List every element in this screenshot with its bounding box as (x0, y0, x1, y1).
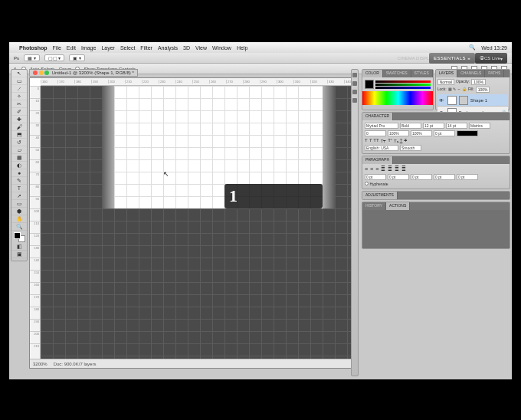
indent-left-field[interactable]: 0 pt (365, 174, 386, 180)
menu-help[interactable]: Help (237, 45, 247, 51)
tab-character[interactable]: CHARACTER (362, 113, 393, 120)
vscale-field[interactable]: 100% (388, 130, 409, 136)
status-doc-info[interactable]: Doc: 900.0K/7 layers (54, 362, 97, 366)
faux-italic-button[interactable]: T (369, 138, 372, 143)
justify-left-button[interactable]: ≣ (381, 166, 385, 172)
hscale-field[interactable]: 100% (411, 130, 432, 136)
rail-icon[interactable] (352, 98, 357, 103)
indent-right-field[interactable]: 0 pt (388, 174, 409, 180)
menu-file[interactable]: File (53, 45, 61, 51)
font-size-field[interactable]: 12 pt (423, 123, 444, 129)
tab-channels[interactable]: CHANNELS (457, 70, 485, 77)
language-dropdown[interactable]: English: USA (365, 145, 398, 151)
marquee-tool[interactable]: ▭ (11, 77, 27, 85)
text-color-swatch[interactable] (457, 130, 478, 136)
eraser-tool[interactable]: ▱ (11, 146, 27, 154)
move-tool[interactable]: ↖ (11, 70, 27, 77)
status-zoom[interactable]: 3200% (33, 362, 48, 366)
tab-swatches[interactable]: SWATCHES (383, 70, 411, 77)
color-ramp[interactable] (362, 91, 433, 105)
pen-tool[interactable]: ✎ (11, 177, 27, 185)
font-style-dropdown[interactable]: Bold (400, 123, 421, 129)
brush-tool[interactable]: 🖌 (11, 123, 27, 131)
allcaps-button[interactable]: TT (373, 138, 378, 143)
tab-layers[interactable]: LAYERS (436, 70, 457, 77)
arrange-docs-dropdown[interactable]: ▢▢ ▾ (44, 54, 65, 61)
type-tool[interactable]: T (11, 185, 27, 192)
tab-paragraph[interactable]: PARAGRAPH (362, 156, 393, 164)
cs-live-button[interactable]: ⦿ CS Live ▾ (475, 53, 507, 64)
leading-field[interactable]: 14 pt (446, 123, 467, 129)
foreground-color-swatch[interactable] (14, 232, 21, 239)
screen-mode-dropdown[interactable]: ▣ ▾ (69, 54, 85, 61)
blur-tool[interactable]: ◐ (11, 162, 27, 169)
vertical-ruler[interactable]: 0102030405060708090100110120130140150160… (30, 86, 41, 359)
layer-row[interactable]: 👁 Shape 1 (437, 94, 508, 107)
shape-tool[interactable]: ▭ (11, 200, 27, 208)
hyphenate-checkbox[interactable] (365, 182, 369, 185)
menu-3d[interactable]: 3D (183, 45, 190, 51)
menu-filter[interactable]: Filter (140, 45, 152, 51)
blend-mode-dropdown[interactable]: Normal (437, 79, 454, 85)
screenmode-toggle[interactable]: ▣ (11, 251, 27, 258)
tab-paths[interactable]: PATHS (485, 70, 504, 77)
layer-name[interactable]: Shape 1 (470, 98, 487, 103)
collapsed-panel-rail[interactable] (351, 69, 359, 376)
canvas[interactable]: ↖ 1 (41, 86, 358, 359)
tab-styles[interactable]: STYLES (411, 70, 433, 77)
lasso-tool[interactable]: ⟋ (11, 85, 27, 93)
eyedropper-tool[interactable]: ✐ (11, 108, 27, 116)
g-slider[interactable] (375, 84, 431, 86)
smallcaps-button[interactable]: Tᴛ (381, 138, 387, 143)
fg-color-icon[interactable] (365, 80, 374, 89)
align-left-button[interactable]: ≡ (365, 166, 368, 172)
strike-button[interactable]: T (404, 138, 407, 143)
rail-icon[interactable] (352, 73, 357, 77)
vector-mask-thumb[interactable] (459, 96, 468, 105)
justify-all-button[interactable]: ≣ (401, 166, 406, 172)
tab-color[interactable]: COLOR (362, 70, 383, 77)
menu-select[interactable]: Select (120, 45, 135, 51)
color-swatches[interactable] (11, 231, 27, 243)
indent-first-field[interactable]: 0 pt (411, 174, 432, 180)
menu-edit[interactable]: Edit (67, 45, 76, 51)
subscript-button[interactable]: T₁ (394, 138, 398, 143)
quickmask-toggle[interactable]: ◧ (11, 243, 27, 251)
rail-icon[interactable] (352, 90, 357, 94)
space-before-field[interactable]: 0 pt (434, 174, 455, 180)
tab-adjustments[interactable]: ADJUSTMENTS (362, 192, 398, 199)
r-slider[interactable] (375, 80, 431, 83)
healing-tool[interactable]: ✚ (11, 116, 27, 123)
tab-actions[interactable]: ACTIONS (386, 202, 410, 210)
tracking-field[interactable]: 0 (365, 130, 386, 136)
workspace-switcher[interactable]: ESSENTIALS » (429, 53, 475, 64)
superscript-button[interactable]: T¹ (388, 138, 392, 143)
rail-icon[interactable] (352, 81, 357, 86)
hand-tool[interactable]: ✋ (11, 215, 27, 223)
menu-view[interactable]: View (195, 45, 207, 51)
kerning-field[interactable]: Metrics (469, 123, 490, 129)
gradient-tool[interactable]: ▦ (11, 154, 27, 162)
menu-window[interactable]: Window (212, 45, 231, 51)
stamp-tool[interactable]: ⬒ (11, 131, 27, 139)
path-tool[interactable]: ↗ (11, 192, 27, 200)
zoom-tool[interactable]: 🔍 (11, 223, 27, 231)
align-right-button[interactable]: ≡ (375, 166, 378, 172)
tab-history[interactable]: HISTORY (362, 202, 386, 210)
3d-tool[interactable]: ⬢ (11, 208, 27, 215)
layer-thumb[interactable] (447, 96, 457, 105)
document-tab[interactable]: Untitled-1 @ 3200% (Shape 1, RGB/8) * (29, 69, 138, 77)
visibility-icon[interactable]: 👁 (439, 98, 445, 103)
justify-center-button[interactable]: ≣ (388, 166, 392, 172)
app-name[interactable]: Photoshop (19, 45, 48, 51)
history-brush-tool[interactable]: ↺ (11, 139, 27, 146)
justify-right-button[interactable]: ≣ (395, 166, 399, 172)
b-slider[interactable] (375, 87, 431, 89)
faux-bold-button[interactable]: T (365, 138, 368, 143)
zoom-level-dropdown[interactable]: ▦ ▾ (24, 54, 40, 61)
dodge-tool[interactable]: ● (11, 169, 27, 177)
baseline-field[interactable]: 0 pt (434, 130, 455, 136)
underline-button[interactable]: T (400, 138, 403, 143)
opacity-field[interactable]: 100% (471, 79, 486, 85)
menu-layer[interactable]: Layer (101, 45, 115, 51)
